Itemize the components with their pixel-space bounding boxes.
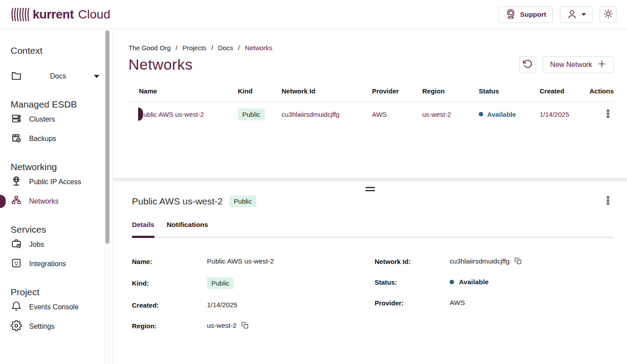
- sidebar-item-label: Public IP Access: [29, 178, 81, 186]
- status-dot: [450, 280, 454, 284]
- kurrent-cloud-logo: kurrent Cloud: [11, 7, 110, 22]
- theme-toggle-button[interactable]: [600, 6, 616, 23]
- context-selector-value: Docs: [22, 72, 94, 80]
- status-label: Available: [487, 111, 516, 118]
- globe-stand-icon: [11, 175, 22, 189]
- sidebar-item-label: Events Console: [29, 303, 79, 311]
- sidebar-item-settings[interactable]: Settings: [11, 317, 100, 336]
- cell-provider: AWS: [372, 111, 422, 118]
- sidebar-item-label: Clusters: [29, 115, 55, 123]
- kebab-vertical-icon: [604, 196, 612, 207]
- sidebar-item-jobs[interactable]: Jobs: [11, 235, 100, 254]
- sidebar-item-label: Integrations: [29, 260, 66, 268]
- field-name: Name: Public AWS us-west-2: [132, 256, 375, 266]
- sidebar-section-project: Project: [11, 287, 100, 297]
- sidebar-section-networking: Networking: [11, 162, 100, 172]
- server-stack-icon: [11, 113, 22, 126]
- sidebar-item-backups[interactable]: Backups: [11, 129, 100, 149]
- user-icon: [567, 9, 578, 20]
- account-menu-button[interactable]: [560, 6, 593, 23]
- detail-fields-left: Name: Public AWS us-west-2 Kind: Public …: [132, 256, 375, 342]
- detail-actions-button[interactable]: [602, 194, 614, 208]
- sidebar-item-events-console[interactable]: Events Console: [11, 297, 100, 317]
- cell-network-id: cu3hlaiirsdmuidcjffg: [282, 111, 372, 118]
- folder-icon: [11, 70, 22, 83]
- briefcase-clock-icon: [11, 238, 22, 251]
- new-network-button-label: New Network: [550, 61, 592, 69]
- cell-region: us-west-2: [422, 111, 479, 118]
- support-button-label: Support: [520, 11, 546, 19]
- sidebar-section-services: Services: [11, 224, 100, 235]
- outlet-icon: [11, 257, 22, 271]
- breadcrumb-item-project[interactable]: Docs: [218, 44, 233, 52]
- column-header-status: Status: [479, 87, 540, 95]
- field-created: Created: 1/14/2025: [132, 300, 375, 310]
- breadcrumb: The Good Org / Projects / Docs / Network…: [128, 44, 614, 52]
- new-network-button[interactable]: New Network: [543, 56, 614, 73]
- column-header-name: Name: [139, 87, 238, 95]
- column-header-network-id: Network Id: [282, 87, 372, 95]
- org-chart-icon: [11, 195, 22, 208]
- column-header-kind: Kind: [238, 87, 282, 95]
- copy-region-button[interactable]: [241, 322, 248, 330]
- detail-tabs: Details Notifications: [132, 221, 614, 238]
- sun-icon: [603, 9, 613, 20]
- gear-icon: [11, 320, 22, 333]
- drag-handle-icon[interactable]: [365, 187, 375, 193]
- box-check-icon: [11, 132, 22, 145]
- sidebar-item-label: Networks: [29, 197, 59, 205]
- sidebar-item-label: Jobs: [29, 241, 44, 249]
- rotate-ccw-icon: [523, 59, 533, 70]
- copy-icon: [241, 322, 248, 330]
- sidebar-scrollbar-thumb[interactable]: [105, 30, 109, 244]
- field-provider: Provider: AWS: [375, 298, 614, 308]
- field-kind: Kind: Public: [132, 277, 375, 289]
- column-header-actions: Actions: [588, 87, 614, 95]
- table-row[interactable]: Public AWS us-west-2 Public cu3hlaiirsdm…: [128, 102, 614, 126]
- panel-resizer[interactable]: [113, 178, 627, 182]
- sidebar-item-clusters[interactable]: Clusters: [11, 110, 100, 129]
- sidebar-item-public-ip-access[interactable]: Public IP Access: [11, 172, 100, 192]
- kind-badge: Public: [229, 195, 256, 207]
- support-button[interactable]: Support: [499, 6, 553, 23]
- breadcrumb-item-projects[interactable]: Projects: [182, 44, 206, 52]
- support-agent-icon: [505, 9, 516, 20]
- tab-details[interactable]: Details: [132, 221, 154, 237]
- kebab-vertical-icon: [604, 109, 612, 120]
- page-title: Networks: [128, 56, 193, 73]
- logo-soundwave-icon: [11, 7, 29, 22]
- cell-name[interactable]: Public AWS us-west-2: [139, 111, 204, 118]
- sidebar-item-label: Backups: [29, 135, 56, 143]
- detail-panel-title: Public AWS us-west-2: [132, 196, 223, 207]
- kind-badge: Public: [238, 108, 265, 120]
- sidebar-section-managed-esdb: Managed ESDB: [11, 99, 100, 110]
- context-project-selector[interactable]: Docs: [11, 67, 100, 86]
- copy-icon: [514, 257, 522, 266]
- breadcrumb-current: Networks: [245, 44, 273, 52]
- sidebar-scrollbar[interactable]: [104, 30, 110, 364]
- breadcrumb-item-org[interactable]: The Good Org: [128, 44, 171, 52]
- tab-notifications[interactable]: Notifications: [167, 221, 208, 237]
- networks-list-section: The Good Org / Projects / Docs / Network…: [113, 30, 627, 178]
- chevron-down-icon: [94, 75, 99, 78]
- copy-network-id-button[interactable]: [514, 257, 522, 266]
- plus-icon: [597, 59, 606, 70]
- row-actions-button[interactable]: [602, 107, 614, 122]
- sidebar-section-context: Context: [11, 45, 100, 56]
- chevron-down-icon: [582, 13, 586, 16]
- refresh-button[interactable]: [519, 56, 536, 73]
- status-label: Available: [459, 278, 489, 286]
- cell-created: 1/14/2025: [540, 111, 588, 118]
- active-item-marker: [0, 195, 6, 208]
- column-header-created: Created: [540, 87, 588, 95]
- network-detail-panel: Public AWS us-west-2 Public Details Noti…: [113, 182, 627, 364]
- main-content: The Good Org / Projects / Docs / Network…: [113, 30, 627, 364]
- sidebar-item-networks[interactable]: Networks: [11, 192, 100, 211]
- selected-row-marker: [138, 108, 143, 121]
- field-region: Region: us-west-2: [132, 321, 375, 331]
- cell-status: Available: [479, 111, 540, 118]
- column-header-region: Region: [422, 87, 479, 95]
- column-header-provider: Provider: [372, 87, 422, 95]
- bell-icon: [11, 301, 22, 314]
- sidebar-item-integrations[interactable]: Integrations: [11, 254, 100, 274]
